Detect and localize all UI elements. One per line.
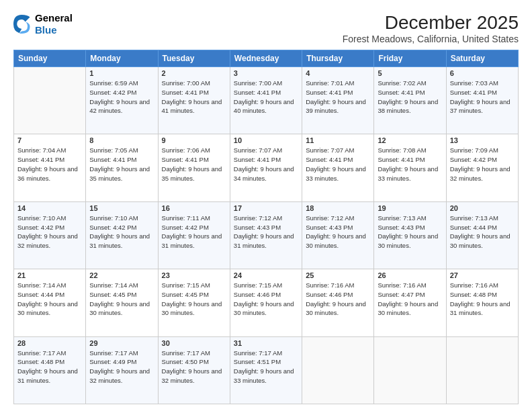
- weekday-monday: Monday: [86, 50, 158, 67]
- day-number: 14: [17, 204, 82, 212]
- day-info: Sunrise: 7:12 AMSunset: 4:43 PMDaylight:…: [306, 214, 370, 250]
- calendar-cell: 15Sunrise: 7:10 AMSunset: 4:42 PMDayligh…: [86, 201, 158, 269]
- day-info: Sunrise: 7:14 AMSunset: 4:44 PMDaylight:…: [17, 281, 82, 318]
- calendar-cell: 11Sunrise: 7:07 AMSunset: 4:41 PMDayligh…: [302, 134, 374, 201]
- calendar-cell: 8Sunrise: 7:05 AMSunset: 4:41 PMDaylight…: [86, 134, 158, 201]
- calendar-cell: 10Sunrise: 7:07 AMSunset: 4:41 PMDayligh…: [230, 134, 302, 201]
- day-number: 30: [162, 339, 226, 347]
- calendar-week-row: 1Sunrise: 6:59 AMSunset: 4:42 PMDaylight…: [14, 67, 519, 134]
- calendar-cell: 25Sunrise: 7:16 AMSunset: 4:46 PMDayligh…: [302, 269, 374, 336]
- calendar-cell: [302, 336, 374, 404]
- calendar-week-row: 21Sunrise: 7:14 AMSunset: 4:44 PMDayligh…: [14, 269, 519, 336]
- main-title: December 2025: [343, 12, 519, 34]
- logo: General Blue: [13, 12, 73, 36]
- page: General Blue December 2025 Forest Meadow…: [0, 0, 532, 411]
- calendar-cell: 4Sunrise: 7:01 AMSunset: 4:41 PMDaylight…: [302, 67, 374, 134]
- day-info: Sunrise: 7:10 AMSunset: 4:42 PMDaylight:…: [17, 214, 82, 250]
- calendar-cell: 7Sunrise: 7:04 AMSunset: 4:41 PMDaylight…: [14, 134, 86, 201]
- day-number: 19: [378, 204, 442, 212]
- day-info: Sunrise: 7:06 AMSunset: 4:41 PMDaylight:…: [162, 146, 226, 183]
- day-info: Sunrise: 7:01 AMSunset: 4:41 PMDaylight:…: [306, 79, 370, 116]
- day-number: 4: [306, 69, 370, 77]
- day-number: 9: [162, 136, 226, 144]
- day-number: 5: [378, 69, 442, 77]
- calendar-cell: 17Sunrise: 7:12 AMSunset: 4:43 PMDayligh…: [230, 201, 302, 269]
- logo-line2: Blue: [35, 24, 73, 36]
- day-info: Sunrise: 7:04 AMSunset: 4:41 PMDaylight:…: [17, 146, 82, 183]
- calendar-week-row: 14Sunrise: 7:10 AMSunset: 4:42 PMDayligh…: [14, 201, 519, 269]
- day-number: 10: [234, 136, 298, 144]
- calendar-cell: 9Sunrise: 7:06 AMSunset: 4:41 PMDaylight…: [158, 134, 230, 201]
- day-info: Sunrise: 7:17 AMSunset: 4:48 PMDaylight:…: [17, 349, 82, 385]
- calendar-cell: 22Sunrise: 7:14 AMSunset: 4:45 PMDayligh…: [86, 269, 158, 336]
- day-number: 23: [162, 271, 226, 279]
- day-info: Sunrise: 7:03 AMSunset: 4:41 PMDaylight:…: [450, 79, 515, 116]
- calendar-cell: [14, 67, 86, 134]
- calendar-body: 1Sunrise: 6:59 AMSunset: 4:42 PMDaylight…: [14, 67, 519, 404]
- day-number: 26: [378, 271, 442, 279]
- weekday-thursday: Thursday: [302, 50, 374, 67]
- logo-icon: [13, 15, 32, 34]
- weekday-wednesday: Wednesday: [230, 50, 302, 67]
- day-info: Sunrise: 7:17 AMSunset: 4:50 PMDaylight:…: [162, 349, 226, 385]
- calendar-cell: 23Sunrise: 7:15 AMSunset: 4:45 PMDayligh…: [158, 269, 230, 336]
- header: General Blue December 2025 Forest Meadow…: [13, 12, 519, 44]
- day-info: Sunrise: 7:10 AMSunset: 4:42 PMDaylight:…: [89, 214, 154, 250]
- calendar-cell: 28Sunrise: 7:17 AMSunset: 4:48 PMDayligh…: [14, 336, 86, 404]
- day-number: 2: [162, 69, 226, 77]
- weekday-header-row: Sunday Monday Tuesday Wednesday Thursday…: [14, 50, 519, 67]
- day-info: Sunrise: 7:05 AMSunset: 4:41 PMDaylight:…: [89, 146, 154, 183]
- weekday-sunday: Sunday: [14, 50, 86, 67]
- day-number: 31: [234, 339, 298, 347]
- day-number: 21: [17, 271, 82, 279]
- day-number: 28: [17, 339, 82, 347]
- day-info: Sunrise: 7:14 AMSunset: 4:45 PMDaylight:…: [89, 281, 154, 318]
- calendar-cell: [446, 336, 518, 404]
- day-info: Sunrise: 6:59 AMSunset: 4:42 PMDaylight:…: [89, 79, 154, 116]
- day-info: Sunrise: 7:16 AMSunset: 4:48 PMDaylight:…: [450, 281, 515, 318]
- calendar-cell: 3Sunrise: 7:00 AMSunset: 4:41 PMDaylight…: [230, 67, 302, 134]
- weekday-tuesday: Tuesday: [158, 50, 230, 67]
- day-number: 3: [234, 69, 298, 77]
- calendar-cell: 31Sunrise: 7:17 AMSunset: 4:51 PMDayligh…: [230, 336, 302, 404]
- calendar-cell: 30Sunrise: 7:17 AMSunset: 4:50 PMDayligh…: [158, 336, 230, 404]
- calendar-cell: 29Sunrise: 7:17 AMSunset: 4:49 PMDayligh…: [86, 336, 158, 404]
- day-info: Sunrise: 7:00 AMSunset: 4:41 PMDaylight:…: [162, 79, 226, 116]
- day-info: Sunrise: 7:13 AMSunset: 4:44 PMDaylight:…: [450, 214, 515, 250]
- calendar-cell: 24Sunrise: 7:15 AMSunset: 4:46 PMDayligh…: [230, 269, 302, 336]
- calendar-cell: 12Sunrise: 7:08 AMSunset: 4:41 PMDayligh…: [374, 134, 446, 201]
- calendar-cell: 19Sunrise: 7:13 AMSunset: 4:43 PMDayligh…: [374, 201, 446, 269]
- day-info: Sunrise: 7:17 AMSunset: 4:49 PMDaylight:…: [89, 349, 154, 385]
- day-info: Sunrise: 7:00 AMSunset: 4:41 PMDaylight:…: [234, 79, 298, 116]
- calendar-cell: 27Sunrise: 7:16 AMSunset: 4:48 PMDayligh…: [446, 269, 518, 336]
- day-info: Sunrise: 7:02 AMSunset: 4:41 PMDaylight:…: [378, 79, 442, 116]
- day-info: Sunrise: 7:15 AMSunset: 4:45 PMDaylight:…: [162, 281, 226, 318]
- day-number: 18: [306, 204, 370, 212]
- calendar-cell: 20Sunrise: 7:13 AMSunset: 4:44 PMDayligh…: [446, 201, 518, 269]
- title-block: December 2025 Forest Meadows, California…: [343, 12, 519, 44]
- day-info: Sunrise: 7:07 AMSunset: 4:41 PMDaylight:…: [234, 146, 298, 183]
- calendar-cell: 18Sunrise: 7:12 AMSunset: 4:43 PMDayligh…: [302, 201, 374, 269]
- day-number: 27: [450, 271, 515, 279]
- calendar-cell: 6Sunrise: 7:03 AMSunset: 4:41 PMDaylight…: [446, 67, 518, 134]
- day-info: Sunrise: 7:08 AMSunset: 4:41 PMDaylight:…: [378, 146, 442, 183]
- day-number: 11: [306, 136, 370, 144]
- calendar-cell: 13Sunrise: 7:09 AMSunset: 4:42 PMDayligh…: [446, 134, 518, 201]
- weekday-saturday: Saturday: [446, 50, 518, 67]
- day-number: 20: [450, 204, 515, 212]
- calendar-cell: 14Sunrise: 7:10 AMSunset: 4:42 PMDayligh…: [14, 201, 86, 269]
- calendar-cell: 26Sunrise: 7:16 AMSunset: 4:47 PMDayligh…: [374, 269, 446, 336]
- day-info: Sunrise: 7:09 AMSunset: 4:42 PMDaylight:…: [450, 146, 515, 183]
- day-number: 17: [234, 204, 298, 212]
- day-number: 13: [450, 136, 515, 144]
- day-number: 12: [378, 136, 442, 144]
- day-number: 22: [89, 271, 154, 279]
- day-number: 6: [450, 69, 515, 77]
- day-info: Sunrise: 7:16 AMSunset: 4:47 PMDaylight:…: [378, 281, 442, 318]
- calendar-week-row: 7Sunrise: 7:04 AMSunset: 4:41 PMDaylight…: [14, 134, 519, 201]
- subtitle: Forest Meadows, California, United State…: [343, 34, 519, 44]
- calendar-week-row: 28Sunrise: 7:17 AMSunset: 4:48 PMDayligh…: [14, 336, 519, 404]
- day-number: 24: [234, 271, 298, 279]
- calendar-table: Sunday Monday Tuesday Wednesday Thursday…: [13, 50, 519, 404]
- calendar-cell: [374, 336, 446, 404]
